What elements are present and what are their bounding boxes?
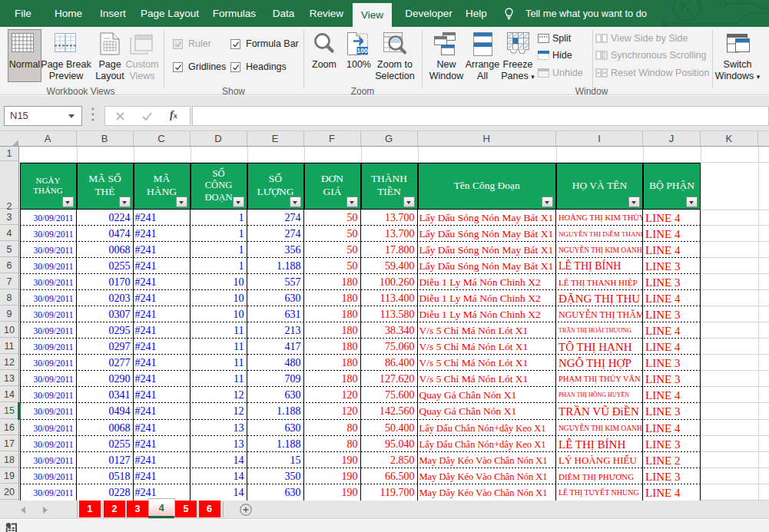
svg-text:100: 100 [357, 47, 368, 55]
